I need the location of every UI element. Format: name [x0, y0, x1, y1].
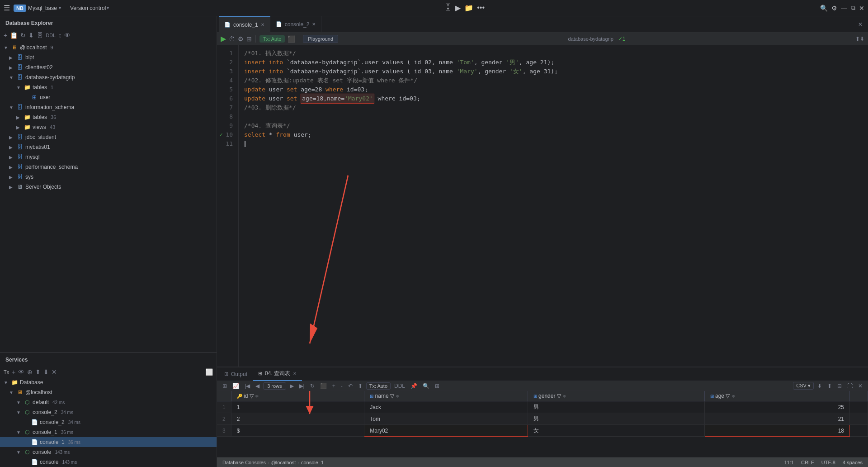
- run-button[interactable]: ▶: [221, 34, 226, 43]
- tab-query-result[interactable]: ⊞ 04. 查询表 ✕: [253, 367, 302, 381]
- tree-item-bipt[interactable]: ▶ 🗄 bipt: [0, 52, 217, 62]
- breadcrumb-console1[interactable]: console_1: [301, 460, 324, 465]
- copy-button[interactable]: 📋: [10, 32, 18, 39]
- console2-close-button[interactable]: ✕: [312, 22, 316, 27]
- row-2-age[interactable]: 21: [704, 413, 849, 425]
- row-1-id[interactable]: 1: [231, 401, 364, 413]
- tree-item-clienttest02[interactable]: ▶ 🗄 clienttest02: [0, 62, 217, 72]
- result-add-button[interactable]: +: [330, 382, 337, 390]
- panel-close-button[interactable]: ✕: [854, 21, 866, 28]
- services-tree-item-console2-leaf[interactable]: ▶ 📄 console_2 34 ms: [0, 417, 217, 427]
- col-header-name[interactable]: ⊞ name ▽ ≑: [364, 391, 528, 401]
- tree-item-jdbc-student[interactable]: ▶ 🗄 jdbc_student: [0, 132, 217, 142]
- services-down-button[interactable]: ⬇: [43, 368, 49, 376]
- services-stop-button[interactable]: ⬜: [205, 368, 213, 376]
- encoding[interactable]: UTF-8: [821, 460, 835, 465]
- result-expand-button[interactable]: ⛶: [845, 382, 854, 390]
- settings-icon[interactable]: ⚙: [831, 5, 837, 12]
- csv-export-button[interactable]: CSV ▾: [793, 382, 814, 390]
- services-tree-item-default[interactable]: ▼ ⬡ default 42 ms: [0, 397, 217, 407]
- row-3-age[interactable]: 18: [704, 425, 849, 437]
- console1-close-button[interactable]: ✕: [261, 22, 264, 27]
- result-stop-button[interactable]: ⬛: [318, 382, 329, 390]
- panel-toggle-button[interactable]: ⬆⬇: [855, 36, 864, 42]
- services-tree-item-console1-leaf[interactable]: ▶ 📄 console_1 36 ms: [0, 437, 217, 447]
- folder-icon[interactable]: 📁: [464, 4, 473, 12]
- indent[interactable]: 4 spaces: [843, 460, 863, 465]
- tree-item-server-objects[interactable]: ▶ 🖥 Server Objects: [0, 182, 217, 192]
- result-close-panel-button[interactable]: ✕: [856, 382, 864, 390]
- minimize-button[interactable]: —: [841, 5, 847, 12]
- result-remove-button[interactable]: -: [339, 382, 344, 390]
- download-button[interactable]: ⬇: [28, 32, 34, 39]
- view-button[interactable]: 👁: [64, 32, 71, 39]
- tree-item-tables-1[interactable]: ▼ 📁 tables 1: [0, 82, 217, 92]
- result-last-button[interactable]: ▶|: [297, 382, 307, 390]
- tree-item-localhost[interactable]: ▼ 🖥 @localhost 9: [0, 43, 217, 52]
- tab-output[interactable]: ⊞ Output: [219, 367, 253, 381]
- run-with-settings-button[interactable]: ⏱: [229, 35, 235, 43]
- project-name[interactable]: Mysql_base: [28, 5, 57, 11]
- code-editor[interactable]: /*01. 插入数据*/ insert into `database-bydat…: [239, 45, 868, 367]
- query-result-close-button[interactable]: ✕: [293, 371, 297, 376]
- sort-button[interactable]: ↕: [58, 32, 61, 39]
- result-prev-button[interactable]: ◀: [254, 382, 261, 390]
- editor-settings-button[interactable]: ⚙: [238, 35, 244, 43]
- tab-console2[interactable]: 📄 console_2 ✕: [270, 16, 322, 33]
- result-more-button[interactable]: ⊞: [433, 382, 441, 390]
- result-grid-icon[interactable]: ⊞: [221, 382, 229, 390]
- tree-item-information-schema[interactable]: ▼ 🗄 information_schema: [0, 102, 217, 112]
- services-tree-item-database[interactable]: ▼ 📁 Database: [0, 377, 217, 387]
- row-1-age[interactable]: 25: [704, 401, 849, 413]
- result-submit-button[interactable]: ⬆: [356, 382, 364, 390]
- version-control[interactable]: Version control: [70, 5, 106, 11]
- breadcrumb-localhost[interactable]: @localhost: [271, 460, 296, 465]
- row-3-name[interactable]: Mary02: [364, 425, 528, 437]
- close-button[interactable]: ✕: [859, 5, 864, 12]
- playground-button[interactable]: Playground: [303, 35, 338, 43]
- stop-tx-button[interactable]: ⬛: [288, 35, 295, 43]
- result-upload-button[interactable]: ⬆: [826, 382, 834, 390]
- restore-button[interactable]: ⧉: [851, 4, 855, 12]
- row-3-id[interactable]: $: [231, 425, 364, 437]
- result-next-button[interactable]: ▶: [288, 382, 296, 390]
- col-header-gender[interactable]: ⊞ gender ▽ ≑: [528, 391, 704, 401]
- db-indicator[interactable]: database-bydatagrip: [568, 36, 613, 42]
- result-ddl-button[interactable]: DDL: [392, 382, 407, 390]
- tab-console1[interactable]: 📄 console_1 ✕: [219, 16, 270, 33]
- result-download-button[interactable]: ⬇: [816, 382, 824, 390]
- row-2-id[interactable]: 2: [231, 413, 364, 425]
- services-up-button[interactable]: ⬆: [35, 368, 41, 376]
- services-tree-item-console-group[interactable]: ▼ ⬡ console 143 ms: [0, 447, 217, 457]
- row-2-name[interactable]: Tom: [364, 413, 528, 425]
- refresh-button[interactable]: ↻: [20, 32, 26, 39]
- result-tx-badge[interactable]: Tx: Auto: [366, 382, 391, 390]
- add-db-button[interactable]: +: [4, 32, 7, 39]
- table-view-button[interactable]: ⊞: [246, 35, 252, 43]
- result-search-button[interactable]: 🔍: [421, 382, 431, 390]
- services-close-button[interactable]: ✕: [52, 368, 57, 376]
- result-chart-icon[interactable]: 📈: [231, 382, 241, 390]
- result-pin-button[interactable]: 📌: [409, 382, 419, 390]
- services-tree-item-console-leaf[interactable]: ▶ 📄 console 143 ms: [0, 457, 217, 467]
- breadcrumb-db-consoles[interactable]: Database Consoles: [222, 460, 266, 465]
- schema-button[interactable]: 🗄: [37, 32, 43, 39]
- result-revert-button[interactable]: ↶: [346, 382, 354, 390]
- tree-item-views-43[interactable]: ▶ 📁 views 43: [0, 122, 217, 132]
- run-icon[interactable]: ▶: [455, 4, 461, 12]
- result-refresh-button[interactable]: ↻: [308, 382, 316, 390]
- tree-item-mybatis01[interactable]: ▶ 🗄 mybatis01: [0, 142, 217, 152]
- row-3-gender[interactable]: 女: [528, 425, 704, 437]
- row-1-name[interactable]: Jack: [364, 401, 528, 413]
- tree-item-performance-schema[interactable]: ▶ 🗄 performance_schema: [0, 162, 217, 172]
- search-icon[interactable]: 🔍: [820, 5, 828, 12]
- services-tree-item-console1-group[interactable]: ▼ ⬡ console_1 36 ms: [0, 427, 217, 437]
- services-expand-button[interactable]: ⊕: [27, 368, 33, 376]
- more-icon[interactable]: •••: [477, 4, 485, 12]
- row-2-gender[interactable]: 男: [528, 413, 704, 425]
- db-icon[interactable]: 🗄: [444, 4, 452, 12]
- services-tree-item-localhost[interactable]: ▼ 🖥 @localhost: [0, 387, 217, 397]
- row-1-gender[interactable]: 男: [528, 401, 704, 413]
- services-add-button[interactable]: +: [12, 368, 15, 376]
- result-compare-button[interactable]: ⊟: [835, 382, 844, 390]
